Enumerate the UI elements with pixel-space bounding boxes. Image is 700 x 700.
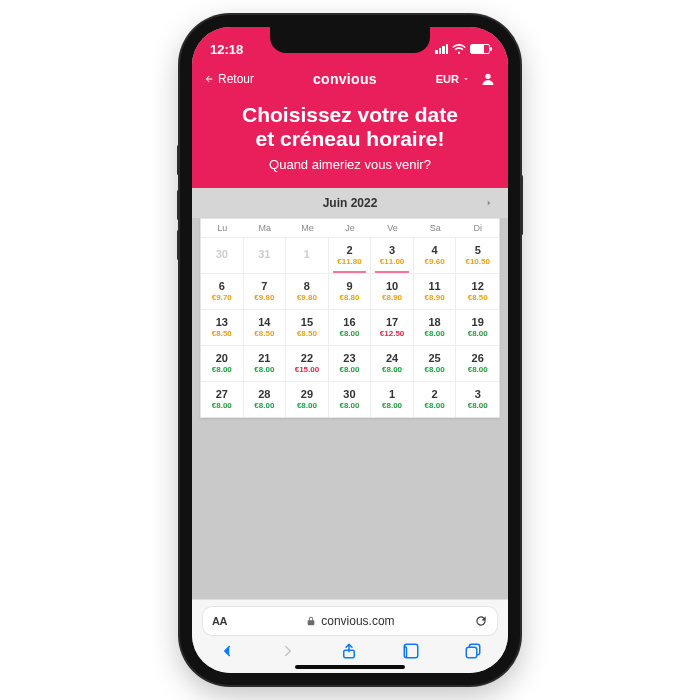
nav-back-icon[interactable] bbox=[218, 642, 236, 660]
calendar-day[interactable]: 15€8.50 bbox=[286, 309, 329, 345]
calendar-day[interactable]: 14€8.50 bbox=[244, 309, 287, 345]
calendar-day[interactable]: 5€10.50 bbox=[456, 237, 499, 273]
day-price: €8.00 bbox=[425, 366, 445, 374]
home-indicator[interactable] bbox=[295, 665, 405, 669]
day-number: 7 bbox=[261, 281, 267, 292]
day-price: €8.00 bbox=[339, 366, 359, 374]
calendar-day: 31 bbox=[244, 237, 287, 273]
tabs-icon[interactable] bbox=[464, 642, 482, 660]
status-indicators bbox=[435, 44, 490, 54]
calendar-day[interactable]: 29€8.00 bbox=[286, 381, 329, 417]
calendar-day[interactable]: 10€8.90 bbox=[371, 273, 414, 309]
calendar-day[interactable]: 6€9.70 bbox=[201, 273, 244, 309]
day-price: €8.00 bbox=[425, 402, 445, 410]
page-title-line1: Choisissez votre date bbox=[242, 103, 458, 126]
day-number: 19 bbox=[472, 317, 484, 328]
calendar-day[interactable]: 23€8.00 bbox=[329, 345, 372, 381]
day-number: 13 bbox=[216, 317, 228, 328]
calendar-day[interactable]: 27€8.00 bbox=[201, 381, 244, 417]
calendar-day[interactable]: 2€8.00 bbox=[414, 381, 457, 417]
wifi-icon bbox=[452, 44, 466, 54]
calendar-container: LuMaMeJeVeSaDi 303112€11.803€11.004€9.60… bbox=[192, 218, 508, 426]
day-price: €8.90 bbox=[382, 294, 402, 302]
calendar-day[interactable]: 19€8.00 bbox=[456, 309, 499, 345]
calendar-day[interactable]: 3€8.00 bbox=[456, 381, 499, 417]
bookmarks-icon[interactable] bbox=[401, 642, 421, 660]
calendar-day[interactable]: 3€11.00 bbox=[371, 237, 414, 273]
day-number: 10 bbox=[386, 281, 398, 292]
day-price: €8.00 bbox=[254, 402, 274, 410]
browser-toolbar bbox=[202, 636, 498, 662]
calendar-day[interactable]: 24€8.00 bbox=[371, 345, 414, 381]
calendar-day[interactable]: 30€8.00 bbox=[329, 381, 372, 417]
calendar-day[interactable]: 17€12.50 bbox=[371, 309, 414, 345]
lock-icon bbox=[306, 615, 316, 627]
caret-down-icon bbox=[462, 75, 470, 83]
day-number: 25 bbox=[429, 353, 441, 364]
day-number: 3 bbox=[475, 389, 481, 400]
day-price: €8.00 bbox=[382, 366, 402, 374]
browser-chrome: AA convious.com bbox=[192, 599, 508, 673]
calendar-day[interactable]: 16€8.00 bbox=[329, 309, 372, 345]
calendar-day[interactable]: 9€8.80 bbox=[329, 273, 372, 309]
calendar-day[interactable]: 1€8.00 bbox=[371, 381, 414, 417]
day-price: €9.80 bbox=[254, 294, 274, 302]
day-number: 17 bbox=[386, 317, 398, 328]
day-price: €10.50 bbox=[465, 258, 489, 266]
day-price: €8.50 bbox=[468, 294, 488, 302]
calendar-day[interactable]: 18€8.00 bbox=[414, 309, 457, 345]
address-bar[interactable]: AA convious.com bbox=[202, 606, 498, 636]
day-number: 31 bbox=[258, 249, 270, 260]
currency-selector[interactable]: EUR bbox=[436, 73, 470, 85]
day-price: €8.00 bbox=[212, 402, 232, 410]
day-number: 24 bbox=[386, 353, 398, 364]
day-number: 6 bbox=[219, 281, 225, 292]
day-price: €8.00 bbox=[382, 402, 402, 410]
day-price: €9.80 bbox=[297, 294, 317, 302]
calendar-day[interactable]: 26€8.00 bbox=[456, 345, 499, 381]
day-number: 28 bbox=[258, 389, 270, 400]
day-price: €8.80 bbox=[339, 294, 359, 302]
calendar-day[interactable]: 20€8.00 bbox=[201, 345, 244, 381]
day-price: €15.00 bbox=[295, 366, 319, 374]
calendar-day[interactable]: 13€8.50 bbox=[201, 309, 244, 345]
svg-point-0 bbox=[485, 74, 490, 79]
content-spacer bbox=[192, 426, 508, 599]
calendar-day[interactable]: 4€9.60 bbox=[414, 237, 457, 273]
calendar-day[interactable]: 12€8.50 bbox=[456, 273, 499, 309]
calendar-day[interactable]: 21€8.00 bbox=[244, 345, 287, 381]
calendar-day: 30 bbox=[201, 237, 244, 273]
day-price: €9.60 bbox=[425, 258, 445, 266]
calendar-day[interactable]: 11€8.90 bbox=[414, 273, 457, 309]
day-price: €8.00 bbox=[339, 402, 359, 410]
day-price: €8.00 bbox=[468, 402, 488, 410]
day-price: €8.00 bbox=[425, 330, 445, 338]
day-number: 15 bbox=[301, 317, 313, 328]
calendar-day[interactable]: 7€9.80 bbox=[244, 273, 287, 309]
page-title-line2: et créneau horaire! bbox=[255, 127, 444, 150]
day-number: 27 bbox=[216, 389, 228, 400]
month-header: Juin 2022 bbox=[192, 188, 508, 218]
day-number: 12 bbox=[472, 281, 484, 292]
currency-label: EUR bbox=[436, 73, 459, 85]
reader-aa-button[interactable]: AA bbox=[212, 615, 227, 627]
share-icon[interactable] bbox=[340, 642, 358, 660]
day-price: €8.00 bbox=[212, 366, 232, 374]
calendar-day[interactable]: 25€8.00 bbox=[414, 345, 457, 381]
calendar-day[interactable]: 28€8.00 bbox=[244, 381, 287, 417]
calendar-day[interactable]: 8€9.80 bbox=[286, 273, 329, 309]
calendar-day[interactable]: 2€11.80 bbox=[329, 237, 372, 273]
nav-forward-icon bbox=[279, 642, 297, 660]
calendar: LuMaMeJeVeSaDi 303112€11.803€11.004€9.60… bbox=[200, 218, 500, 418]
back-button[interactable]: Retour bbox=[204, 72, 254, 86]
profile-icon[interactable] bbox=[480, 71, 496, 87]
reload-icon[interactable] bbox=[474, 614, 488, 628]
day-number: 5 bbox=[475, 245, 481, 256]
month-next-button[interactable] bbox=[484, 198, 494, 208]
weekday-label: Ve bbox=[371, 219, 414, 237]
day-number: 30 bbox=[216, 249, 228, 260]
calendar-day[interactable]: 22€15.00 bbox=[286, 345, 329, 381]
battery-icon bbox=[470, 44, 490, 54]
day-number: 26 bbox=[472, 353, 484, 364]
day-number: 23 bbox=[343, 353, 355, 364]
